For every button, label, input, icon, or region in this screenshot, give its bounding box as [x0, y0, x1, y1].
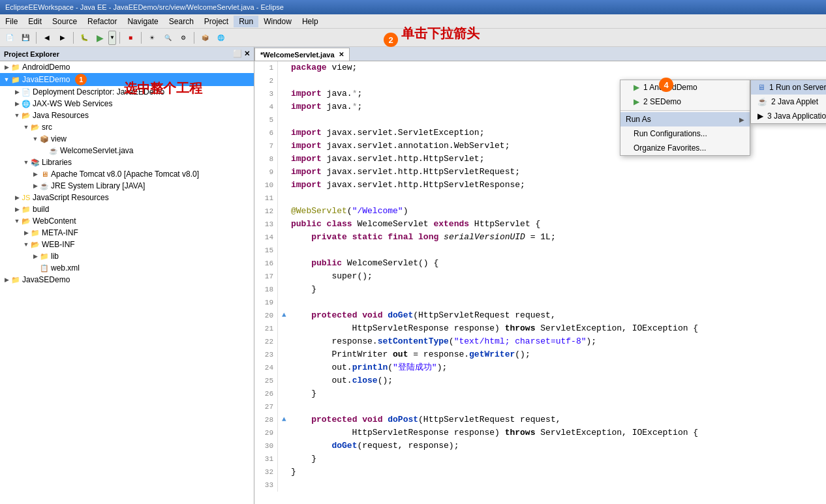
tree-label: JRE System Library [JAVA] — [51, 181, 145, 190]
toolbar: 📄 💾 ◀ ▶ 🐛 ▶ ▼ ■ ☀ 🔍 ⚙ 📦 🌐 — [0, 29, 826, 47]
tree-item-javaresources[interactable]: ▼ 📂 Java Resources — [0, 110, 254, 121]
tree-item-jaxws[interactable]: ▶ 🌐 JAX-WS Web Services — [0, 98, 254, 110]
toolbar-save[interactable]: 💾 — [18, 31, 33, 45]
expand-arrow: ▼ — [22, 124, 30, 130]
code-line-14: 14 private static final long serialVersi… — [254, 231, 826, 244]
code-line-17: 17 super(); — [254, 270, 826, 283]
menu-file[interactable]: File — [0, 16, 23, 27]
tree-item-webxml[interactable]: ▶ 📋 web.xml — [0, 262, 254, 274]
toolbar-sep3 — [119, 32, 120, 44]
run-recent-1[interactable]: ▶ 1 AndroidDemo — [620, 80, 750, 95]
code-line-23: 23 PrintWriter out = response.getWriter(… — [254, 348, 826, 361]
run-recent-2[interactable]: ▶ 2 SEDemo — [620, 95, 750, 109]
project-icon: 📁 — [10, 274, 21, 285]
folder-icon: 📂 — [21, 216, 31, 226]
code-line-19: 19 — [254, 296, 826, 309]
code-line-16: 16 public WelcomeServlet() { — [254, 257, 826, 270]
tree-item-welcomeservlet[interactable]: ▶ ☕ WelcomeServlet.java — [0, 145, 254, 156]
toolbar-btn-a[interactable]: ☀ — [145, 31, 159, 45]
tree-item-androiddemo[interactable]: ▶ 📁 AndroidDemo — [0, 61, 254, 73]
menu-run[interactable]: Run — [234, 16, 258, 27]
descriptor-icon: 📄 — [21, 87, 31, 97]
editor-tab-welcomeservlet[interactable]: *WelcomeServlet.java ✕ — [254, 48, 350, 61]
tree-item-tomcat[interactable]: ▶ 🖥 Apache Tomcat v8.0 [Apache Tomcat v8… — [0, 168, 254, 180]
code-line-9: 9 import javax.servlet.http.HttpServletR… — [254, 166, 826, 179]
code-line-27: 27 — [254, 400, 826, 413]
toolbar-debug[interactable]: 🐛 — [77, 31, 91, 45]
tree-item-webcontent[interactable]: ▼ 📂 WebContent — [0, 215, 254, 227]
runas-application[interactable]: ▶ 3 Java Application Alt+Shift+X, J — [751, 109, 826, 123]
menu-navigate[interactable]: Navigate — [122, 16, 163, 27]
toolbar-run-dropdown[interactable]: ▼ — [108, 31, 116, 45]
runas-applet[interactable]: ☕ 2 Java Applet Alt+Shift+X, A — [751, 95, 826, 109]
sidebar-collapse-btn[interactable]: ⬜ — [233, 50, 242, 58]
toolbar-run[interactable]: ▶ — [93, 31, 107, 45]
runas-application-label: 3 Java Application — [767, 111, 826, 121]
toolbar-back[interactable]: ◀ — [40, 31, 54, 45]
tree-item-descriptor[interactable]: ▶ 📄 Deployment Descriptor: JavaEEDemo — [0, 86, 254, 98]
expand-arrow: ▶ — [3, 276, 10, 283]
tree-item-src[interactable]: ▼ 📂 src — [0, 121, 254, 133]
expand-arrow: ▶ — [13, 100, 21, 107]
toolbar-sep5 — [194, 32, 194, 44]
editor-area: *WelcomeServlet.java ✕ 1 package view; 2… — [254, 47, 826, 504]
tree-item-jre[interactable]: ▶ ☕ JRE System Library [JAVA] — [0, 180, 254, 192]
run-as-item[interactable]: Run As ▶ 3 — [620, 112, 750, 126]
tree-label: build — [33, 205, 49, 214]
organize-favorites[interactable]: Organize Favorites... — [620, 141, 750, 155]
code-line-18: 18 } — [254, 283, 826, 296]
menu-refactor[interactable]: Refactor — [82, 16, 122, 27]
code-line-20: 20 ▲ protected void doGet(HttpServletReq… — [254, 309, 826, 322]
tree-item-metainf[interactable]: ▶ 📁 META-INF — [0, 227, 254, 239]
toolbar-btn-c[interactable]: ⚙ — [176, 31, 191, 45]
jre-icon: ☕ — [39, 181, 50, 191]
sidebar-close-btn[interactable]: ✕ — [244, 50, 250, 58]
runas-submenu: 🖥 1 Run on Server Alt+Shift+X, R ☕ 2 Jav… — [750, 80, 826, 124]
tree-item-lib[interactable]: ▶ 📁 lib — [0, 250, 254, 262]
tree-item-webinf[interactable]: ▼ 📂 WEB-INF — [0, 239, 254, 250]
toolbar-forward[interactable]: ▶ — [55, 31, 70, 45]
tab-close-icon[interactable]: ✕ — [339, 51, 344, 58]
menu-project[interactable]: Project — [199, 16, 234, 27]
toolbar-btn-b[interactable]: 🔍 — [161, 31, 175, 45]
toolbar-btn-e[interactable]: 🌐 — [213, 31, 228, 45]
tree-label: Apache Tomcat v8.0 [Apache Tomcat v8.0] — [51, 170, 199, 179]
menu-help[interactable]: Help — [297, 16, 324, 27]
tree-item-build[interactable]: ▶ 📁 build — [0, 203, 254, 215]
menu-edit[interactable]: Edit — [23, 16, 47, 27]
toolbar-sep2 — [73, 32, 74, 44]
run-label-2: 2 SEDemo — [643, 97, 681, 106]
toolbar-new[interactable]: 📄 — [3, 31, 17, 45]
tree-item-javaeedemo[interactable]: ▼ 📁 JavaEEDemo 1 — [0, 73, 254, 86]
code-line-25: 25 out.close(); — [254, 374, 826, 387]
menu-window[interactable]: Window — [258, 16, 297, 27]
code-line-12: 12 @WebServlet("/Welcome") — [254, 205, 826, 218]
tree-item-jvasedemo[interactable]: ▶ 📁 JavaSEDemo — [0, 274, 254, 286]
runas-server[interactable]: 🖥 1 Run on Server Alt+Shift+X, R — [751, 80, 826, 95]
toolbar-btn-d[interactable]: 📦 — [198, 31, 212, 45]
menu-source[interactable]: Source — [47, 16, 82, 27]
menu-search[interactable]: Search — [164, 16, 199, 27]
folder-icon: 📁 — [39, 251, 50, 261]
run-icon-2: ▶ — [634, 97, 639, 106]
code-line-22: 22 response.setContentType("text/html; c… — [254, 335, 826, 348]
folder-icon: 📁 — [21, 204, 31, 215]
code-line-10: 10 import javax.servlet.http.HttpServlet… — [254, 179, 826, 192]
expand-arrow: ▼ — [22, 159, 30, 166]
run-configurations[interactable]: Run Configurations... — [620, 126, 750, 141]
app-icon: ▶ — [757, 111, 763, 121]
badge-1: 1 — [75, 74, 87, 85]
tree-item-view[interactable]: ▼ 📦 view — [0, 133, 254, 145]
toolbar-stop[interactable]: ■ — [123, 31, 138, 45]
menu-bar: File Edit Source Refactor Navigate Searc… — [0, 14, 826, 29]
tree-label: web.xml — [51, 263, 80, 273]
tree-item-libraries[interactable]: ▼ 📚 Libraries — [0, 156, 254, 168]
code-line-15: 15 — [254, 244, 826, 257]
tree-label: META-INF — [42, 228, 78, 237]
project-icon: 📁 — [10, 62, 21, 72]
main-layout: Project Explorer ⬜ ✕ ▶ 📁 AndroidDemo ▼ 📁… — [0, 47, 826, 504]
tree-item-jsresources[interactable]: ▶ JS JavaScript Resources — [0, 192, 254, 203]
code-line-11: 11 — [254, 192, 826, 205]
tree-label: WelcomeServlet.java — [60, 146, 134, 155]
expand-arrow: ▼ — [13, 112, 21, 119]
